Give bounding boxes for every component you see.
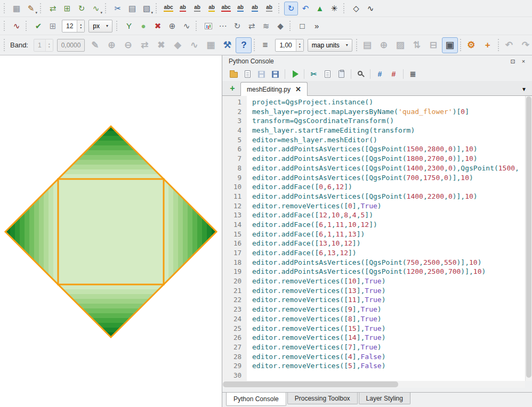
settings-gear-icon[interactable]: ⚙ — [463, 37, 479, 53]
map-themes-icon[interactable]: ▲ — [313, 2, 327, 15]
move-feature-icon[interactable]: ⇄ — [46, 2, 60, 15]
code-line[interactable]: editor.addFace([6,13,12]) — [252, 248, 525, 258]
tab-close-icon[interactable]: ✕ — [295, 86, 301, 93]
code-line[interactable]: editor.addPointsAsVertices([QgsPoint(180… — [252, 154, 525, 164]
code-line[interactable]: transform=QgsCoordinateTransform() — [252, 116, 525, 126]
code-line[interactable]: editor.removeVertices([9],True) — [252, 305, 525, 314]
code-line[interactable]: editor.removeVertices([4],False) — [252, 352, 525, 362]
marker-grid-icon[interactable]: ⊞ — [46, 19, 60, 33]
toolbar-overflow-icon[interactable]: » — [310, 19, 324, 33]
copy-feature-icon[interactable]: ⊞ — [60, 2, 74, 15]
dotted-line-icon[interactable]: ⋯ — [216, 19, 230, 33]
marker-units-combo[interactable]: px▾ — [88, 20, 112, 32]
find-text-icon[interactable] — [354, 68, 367, 80]
marker-size-spin[interactable]: 12▴▾ — [62, 20, 85, 32]
tolerance-spin[interactable]: 1,00▴▾ — [275, 39, 303, 52]
node-path-icon[interactable]: ∿ — [180, 19, 194, 33]
code-line[interactable]: editor.addFace([6,1,11,10,12]) — [252, 220, 525, 230]
editor-tab[interactable]: meshEditing.py ✕ — [240, 82, 308, 96]
new-tab-icon[interactable]: + — [227, 83, 238, 94]
vertical-scrollbar-thumb[interactable] — [526, 96, 531, 378]
dock-tab-processing-toolbox[interactable]: Processing Toolbox — [287, 393, 358, 404]
code-line[interactable]: editor.removeVertices([0],True) — [252, 201, 525, 211]
snap-grid-icon[interactable]: ▦ — [10, 2, 23, 15]
add-vertex-icon[interactable]: ⊕ — [103, 37, 119, 53]
move-vertices-icon[interactable]: ⇄ — [245, 19, 259, 33]
select-rows-icon[interactable]: ▤ — [359, 37, 375, 53]
save-icon[interactable] — [255, 68, 268, 80]
rotate-vertices-icon[interactable]: ↻ — [230, 19, 244, 33]
code-line[interactable]: editor.removeVertices([8],True) — [252, 314, 525, 324]
debug-bug-icon[interactable]: ✳ — [327, 2, 341, 15]
move-label-icon[interactable]: ab — [233, 2, 247, 15]
code-line[interactable]: editor.removeVertices([10],True) — [252, 276, 525, 286]
code-line[interactable] — [252, 371, 525, 380]
histogram-icon[interactable] — [201, 19, 215, 33]
code-line[interactable]: editor.removeVertices([5],False) — [252, 361, 525, 371]
redo-edit-icon[interactable]: ↷ — [518, 37, 532, 53]
save-as-icon[interactable] — [269, 68, 281, 80]
pin-labels-icon[interactable]: ab — [190, 2, 204, 15]
digitize-curve-icon[interactable]: ∿ — [364, 2, 377, 15]
move-vertex-icon[interactable]: ⇄ — [136, 37, 152, 53]
edit-pencil-icon[interactable]: ✎▾ — [24, 2, 38, 15]
vertex-square-icon[interactable]: □ — [295, 19, 309, 33]
code-line[interactable]: project=QgsProject.instance() — [252, 97, 525, 107]
mesh-problems-icon[interactable]: ? — [236, 37, 252, 53]
code-line[interactable]: editor.addFace([0,6,12]) — [252, 182, 525, 192]
refresh-map-icon[interactable]: ↻ — [284, 2, 298, 15]
collapse-rows-icon[interactable]: ⊟ — [425, 37, 441, 53]
float-panel-icon[interactable]: ⊡ — [509, 57, 517, 66]
undo-edit-icon[interactable]: ↶ — [501, 37, 517, 53]
cut-features-icon[interactable]: ✂ — [111, 2, 125, 15]
horizontal-scrollbar-thumb[interactable] — [223, 381, 398, 387]
split-faces-icon[interactable]: ◆ — [273, 19, 287, 33]
code-line[interactable]: editor.addPointsAsVertices([QgsPoint(700… — [252, 173, 525, 183]
split-face-icon[interactable]: ◆ — [170, 37, 186, 53]
undo-icon[interactable]: ↶ — [299, 2, 312, 15]
open-script-icon[interactable] — [228, 68, 240, 80]
uncomment-icon[interactable]: # — [388, 68, 400, 80]
comment-icon[interactable]: # — [374, 68, 386, 80]
object-inspector-icon[interactable]: ≣ — [407, 68, 419, 80]
open-external-editor-icon[interactable] — [241, 68, 254, 80]
code-line[interactable]: editor.addPointsAsVertices([QgsPoint(750… — [252, 258, 525, 267]
invert-selection-icon[interactable]: ▨ — [392, 37, 408, 53]
vertex-crosshair-icon[interactable]: ⊕ — [165, 19, 179, 33]
refine-face-icon[interactable]: ▦ — [203, 37, 219, 53]
code-line[interactable]: editor.addPointsAsVertices([QgsPoint(140… — [252, 192, 525, 201]
select-check-icon[interactable]: ✔ — [31, 19, 45, 33]
code-line[interactable]: editor.removeVertices([11],True) — [252, 295, 525, 305]
dock-tab-layer-styling[interactable]: Layer Styling — [359, 393, 410, 404]
mesh-layer-icon[interactable]: ∿ — [10, 19, 23, 33]
code-line[interactable]: editor.addFace([13,10,12]) — [252, 239, 525, 248]
code-line[interactable]: editor.removeVertices([13],True) — [252, 286, 525, 296]
band-spin[interactable]: 1▴▾ — [34, 39, 53, 52]
code-line[interactable]: editor.addFace([12,10,8,4,5]) — [252, 210, 525, 220]
digitize-vertices-icon[interactable]: ✎ — [87, 37, 103, 53]
vertical-scrollbar[interactable] — [525, 96, 532, 381]
code-line[interactable]: editor.addFace([6,1,11,13]) — [252, 230, 525, 239]
reshape-feature-icon[interactable]: ∿▾ — [89, 2, 103, 15]
smooth-mesh-icon[interactable]: ∿ — [186, 37, 202, 53]
cut-icon[interactable]: ✂ — [308, 68, 320, 80]
offset-lines-icon[interactable]: ≋ — [259, 19, 273, 33]
current-tool-icon[interactable]: ▣ — [442, 37, 458, 53]
force-by-geometry-icon[interactable]: ⚒ — [219, 37, 235, 53]
options-menu-icon[interactable]: ≡ — [257, 37, 273, 53]
code-line[interactable]: editor.removeVertices([15],True) — [252, 324, 525, 333]
expand-rows-icon[interactable]: ⇅ — [409, 37, 425, 53]
remove-vertex-icon[interactable]: ⊖ — [120, 37, 136, 53]
map-units-combo[interactable]: map units▾ — [308, 39, 352, 52]
code-line[interactable]: editor.addPointsAsVertices([QgsPoint(120… — [252, 267, 525, 276]
add-layer-plus-icon[interactable]: + — [480, 37, 496, 53]
code-line[interactable]: mesh_layer.startFrameEditing(transform) — [252, 126, 525, 135]
rotate-feature-icon[interactable]: ↻ — [75, 2, 88, 15]
layer-diagram-icon[interactable]: ab — [176, 2, 190, 15]
paste-icon[interactable] — [335, 68, 348, 80]
zoom-selection-icon[interactable]: ⊕ — [376, 37, 392, 53]
code-area[interactable]: project=QgsProject.instance()mesh_layer=… — [247, 96, 525, 381]
delete-face-icon[interactable]: ✖ — [153, 37, 169, 53]
select-mesh-by-polygon-icon[interactable]: ● — [136, 19, 150, 33]
code-line[interactable]: editor=mesh_layer.meshEditor() — [252, 135, 525, 145]
